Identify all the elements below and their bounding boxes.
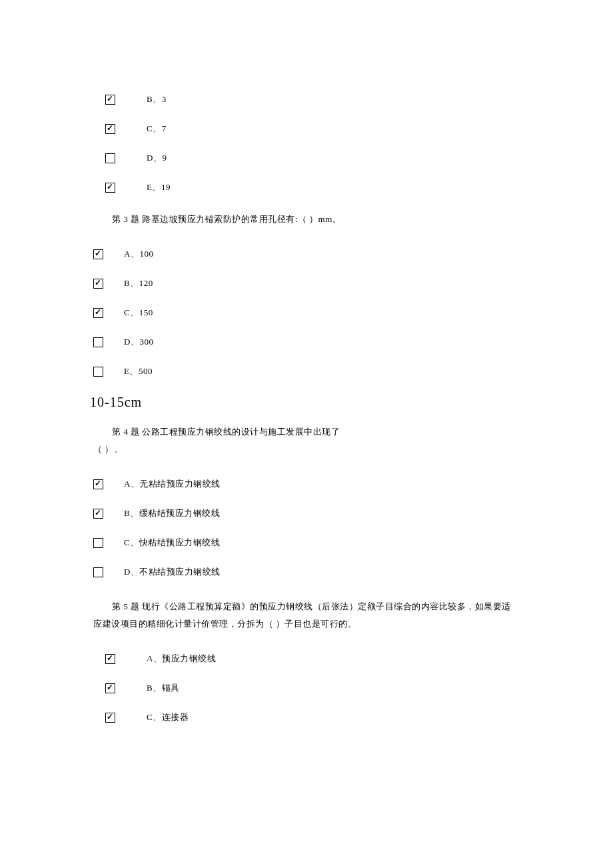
checkbox-icon[interactable] bbox=[93, 509, 103, 519]
checkbox-icon[interactable] bbox=[93, 567, 103, 577]
checkbox-icon[interactable] bbox=[105, 183, 115, 193]
checkbox-icon[interactable] bbox=[93, 479, 103, 489]
question-5-options: A、预应力钢绞线 B、锚具 C、连接器 bbox=[93, 653, 520, 723]
option-row: A、100 bbox=[93, 248, 520, 260]
question-4-options: A、无粘结预应力钢绞线 B、缓粘结预应力钢绞线 C、快粘结预应力钢绞线 D、不粘… bbox=[93, 478, 520, 578]
checkbox-icon[interactable] bbox=[93, 249, 103, 259]
option-row: D、300 bbox=[93, 336, 520, 348]
option-label: B、120 bbox=[124, 277, 153, 289]
option-row: A、预应力钢绞线 bbox=[93, 653, 520, 665]
option-label: D、300 bbox=[124, 336, 153, 348]
checkbox-icon[interactable] bbox=[105, 713, 115, 723]
option-label: B、锚具 bbox=[147, 682, 180, 694]
question-3-text: 第 3 题 路基边坡预应力锚索防护的常用孔径有:（ ）mm。 bbox=[93, 211, 520, 228]
question-3-note: 10-15cm bbox=[90, 395, 520, 410]
option-label: C、连接器 bbox=[147, 711, 189, 723]
option-label: E、19 bbox=[147, 181, 171, 193]
option-label: B、缓粘结预应力钢绞线 bbox=[124, 507, 220, 519]
checkbox-icon[interactable] bbox=[93, 308, 103, 318]
option-label: C、快粘结预应力钢绞线 bbox=[124, 537, 220, 549]
question-2-options: B、3 C、7 D、9 E、19 bbox=[93, 93, 520, 193]
option-row: C、7 bbox=[93, 123, 520, 135]
option-row: D、不粘结预应力钢绞线 bbox=[93, 566, 520, 578]
checkbox-icon[interactable] bbox=[105, 95, 115, 105]
option-row: C、快粘结预应力钢绞线 bbox=[93, 537, 520, 549]
option-row: B、缓粘结预应力钢绞线 bbox=[93, 507, 520, 519]
option-row: B、120 bbox=[93, 277, 520, 289]
option-label: C、7 bbox=[147, 123, 167, 135]
question-3-options: A、100 B、120 C、150 D、300 E、500 bbox=[93, 248, 520, 377]
option-label: A、无粘结预应力钢绞线 bbox=[124, 478, 221, 490]
checkbox-icon[interactable] bbox=[105, 153, 115, 163]
option-row: B、3 bbox=[93, 93, 520, 105]
option-label: B、3 bbox=[147, 93, 167, 105]
option-label: C、150 bbox=[124, 307, 153, 319]
question-4-text: 第 4 题 公路工程预应力钢绞线的设计与施工发展中出现了 （ ）。 bbox=[93, 423, 520, 458]
checkbox-icon[interactable] bbox=[105, 654, 115, 664]
option-label: D、不粘结预应力钢绞线 bbox=[124, 566, 221, 578]
option-label: D、9 bbox=[147, 152, 167, 164]
option-label: A、预应力钢绞线 bbox=[147, 653, 216, 665]
option-row: C、连接器 bbox=[93, 711, 520, 723]
checkbox-icon[interactable] bbox=[105, 124, 115, 134]
option-row: D、9 bbox=[93, 152, 520, 164]
checkbox-icon[interactable] bbox=[93, 367, 103, 377]
document-page: B、3 C、7 D、9 E、19 第 3 题 路基边坡预应力锚索防护的常用孔径有… bbox=[0, 0, 613, 794]
option-row: E、500 bbox=[93, 365, 520, 377]
question-5-text: 第 5 题 现行《公路工程预算定额》的预应力钢绞线（后张法）定额子目综合的内容比… bbox=[93, 598, 520, 633]
question-4-line2: （ ）。 bbox=[93, 441, 520, 458]
question-4-line1: 第 4 题 公路工程预应力钢绞线的设计与施工发展中出现了 bbox=[93, 423, 520, 441]
checkbox-icon[interactable] bbox=[105, 683, 115, 693]
option-row: C、150 bbox=[93, 307, 520, 319]
checkbox-icon[interactable] bbox=[93, 538, 103, 548]
option-label: A、100 bbox=[124, 248, 153, 260]
checkbox-icon[interactable] bbox=[93, 279, 103, 289]
option-row: E、19 bbox=[93, 181, 520, 193]
option-label: E、500 bbox=[124, 365, 153, 377]
option-row: B、锚具 bbox=[93, 682, 520, 694]
checkbox-icon[interactable] bbox=[93, 337, 103, 347]
option-row: A、无粘结预应力钢绞线 bbox=[93, 478, 520, 490]
